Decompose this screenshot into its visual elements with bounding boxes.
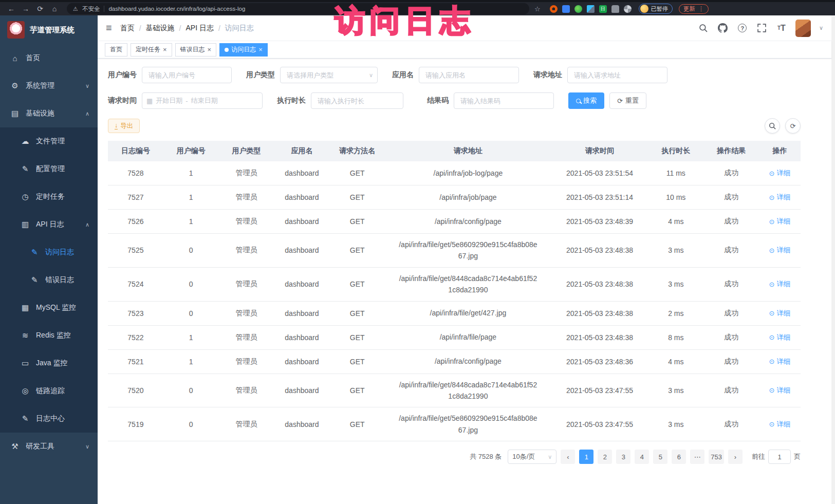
detail-link[interactable]: ⊙ 详细 <box>769 217 791 226</box>
toggle-search-button[interactable] <box>765 118 780 134</box>
extension-icon-orange[interactable] <box>550 5 558 13</box>
hamburger-icon[interactable]: ≡ <box>106 22 112 34</box>
user-avatar[interactable] <box>795 20 811 37</box>
result-code-input[interactable] <box>454 92 554 109</box>
detail-link[interactable]: ⊙ 详细 <box>769 169 791 178</box>
user-type-select-input[interactable] <box>280 67 378 83</box>
table-row[interactable]: 7523 0 管理员 dashboard GET /api/infra/file… <box>108 301 801 325</box>
detail-link[interactable]: ⊙ 详细 <box>769 309 791 318</box>
browser-profile-badge[interactable]: 已暂停 <box>639 4 673 14</box>
view-tab[interactable]: 定时任务 × <box>131 43 172 57</box>
sidebar-item-system[interactable]: ⚙ 系统管理 ∨ <box>0 72 98 100</box>
sidebar-item-access-log[interactable]: ✎ 访问日志 <box>0 238 98 266</box>
browser-menu-icon[interactable]: ⋮ <box>698 5 704 12</box>
sidebar-item-infra[interactable]: ▤ 基础设施 ∧ <box>0 100 98 127</box>
browser-update-button[interactable]: 更新 ⋮ <box>679 4 709 14</box>
fullscreen-icon[interactable] <box>756 23 768 34</box>
sidebar-item-error-log[interactable]: ✎ 错误日志 <box>0 266 98 294</box>
browser-home-icon[interactable]: ⌂ <box>48 3 61 15</box>
table-row[interactable]: 7522 1 管理员 dashboard GET /api/infra/file… <box>108 325 801 349</box>
help-icon[interactable]: ? <box>737 23 748 34</box>
prev-page-button[interactable]: ‹ <box>561 450 575 464</box>
request-time-range-picker[interactable]: ▦ 开始日期 - 结束日期 <box>142 92 263 109</box>
github-icon[interactable] <box>717 23 729 34</box>
request-url-cell: /api/infra/file/get/427.jpg <box>385 301 551 325</box>
browser-reload-icon[interactable]: ⟳ <box>34 3 46 15</box>
sidebar-item-scheduled-jobs[interactable]: ◷ 定时任务 <box>0 183 98 211</box>
sidebar-item-java-monitor[interactable]: ▭ Java 监控 <box>0 349 98 377</box>
detail-link[interactable]: ⊙ 详细 <box>769 357 791 366</box>
page-number-button[interactable]: 3 <box>616 450 630 464</box>
request-url-input[interactable] <box>567 67 667 83</box>
sidebar-item-home[interactable]: ⌂ 首页 <box>0 44 98 72</box>
font-size-icon[interactable]: TT <box>776 23 787 34</box>
tab-close-icon[interactable]: × <box>208 46 212 53</box>
app-name-input[interactable] <box>419 67 519 83</box>
search-button[interactable]: 搜索 <box>568 92 604 109</box>
goto-page-input[interactable] <box>768 450 791 464</box>
sidebar-item-redis-monitor[interactable]: ≋ Redis 监控 <box>0 322 98 349</box>
address-bar[interactable]: ⚠ 不安全 dashboard.yudao.iocoder.cn/infra/l… <box>67 3 529 14</box>
refresh-table-button[interactable]: ⟳ <box>785 118 801 134</box>
sidebar-item-file-manage[interactable]: ☁ 文件管理 <box>0 127 98 155</box>
page-number-button[interactable]: 6 <box>672 450 686 464</box>
end-date-placeholder: 结束日期 <box>191 96 218 105</box>
browser-forward-icon[interactable]: → <box>20 3 32 15</box>
sidebar-item-dev-tools[interactable]: ⚒ 研发工具 ∨ <box>0 433 98 460</box>
table-row[interactable]: 7527 1 管理员 dashboard GET /api/infra/job/… <box>108 185 801 210</box>
page-number-button[interactable]: ⋯ <box>690 450 704 464</box>
app-logo-row[interactable]: 芋道管理系统 <box>0 15 98 44</box>
extension-icon-green-square[interactable]: 日 <box>599 5 607 13</box>
extension-icon-puzzle[interactable] <box>587 5 595 13</box>
page-size-select[interactable]: 10条/页 ∨ <box>508 450 556 464</box>
extension-icon-pinwheel[interactable] <box>624 5 632 13</box>
breadcrumb-api-log[interactable]: API 日志 <box>185 24 213 33</box>
bookmark-star-icon[interactable]: ☆ <box>534 5 541 13</box>
page-number-button[interactable]: 5 <box>653 450 667 464</box>
page-number-button[interactable]: 1 <box>579 450 593 464</box>
tab-close-icon[interactable]: × <box>258 46 263 53</box>
detail-link[interactable]: ⊙ 详细 <box>769 246 791 255</box>
view-tab[interactable]: 访问日志 × <box>219 43 268 57</box>
sidebar-item-log-center[interactable]: ✎ 日志中心 <box>0 405 98 433</box>
user-id-input[interactable] <box>142 67 232 83</box>
breadcrumb-infra[interactable]: 基础设施 <box>146 24 175 33</box>
tab-close-icon[interactable]: × <box>163 46 167 53</box>
table-row[interactable]: 7528 1 管理员 dashboard GET /api/infra/job-… <box>108 161 801 185</box>
view-tab[interactable]: 首页 <box>105 43 127 57</box>
sidebar-item-mysql-monitor[interactable]: ▦ MySQL 监控 <box>0 294 98 322</box>
page-content: 用户编号 用户类型 ∨ 应用名 请求地址 <box>98 59 831 504</box>
table-row[interactable]: 7525 0 管理员 dashboard GET /api/infra/file… <box>108 234 801 268</box>
next-page-button[interactable]: › <box>728 450 743 464</box>
browser-back-icon[interactable]: ← <box>5 3 17 15</box>
sidebar-item-config-manage[interactable]: ✎ 配置管理 <box>0 155 98 183</box>
user-id-cell: 1 <box>163 185 219 210</box>
reset-button[interactable]: ⟳ 重置 <box>609 92 646 109</box>
extension-icon-ghost[interactable] <box>611 5 619 13</box>
chevron-down-icon[interactable]: ∨ <box>819 25 823 31</box>
export-button[interactable]: ↓ 导出 <box>108 119 140 133</box>
table-row[interactable]: 7521 1 管理员 dashboard GET /api/infra/conf… <box>108 349 801 374</box>
extension-icon-shield[interactable] <box>562 5 570 13</box>
sidebar-item-trace[interactable]: ◎ 链路追踪 <box>0 377 98 405</box>
extension-icon-green-circle[interactable] <box>574 5 582 13</box>
detail-link[interactable]: ⊙ 详细 <box>769 333 791 342</box>
table-row[interactable]: 7519 0 管理员 dashboard GET /api/infra/file… <box>108 407 801 441</box>
table-row[interactable]: 7526 1 管理员 dashboard GET /api/infra/conf… <box>108 210 801 234</box>
sidebar-item-api-log[interactable]: ▥ API 日志 ∧ <box>0 211 98 238</box>
detail-link[interactable]: ⊙ 详细 <box>769 279 791 289</box>
page-number-button[interactable]: 2 <box>598 450 612 464</box>
page-number-button[interactable]: 753 <box>709 450 724 464</box>
breadcrumb-home[interactable]: 首页 <box>120 24 135 33</box>
duration-cell: 4 ms <box>648 349 703 374</box>
detail-link[interactable]: ⊙ 详细 <box>769 193 791 202</box>
detail-link[interactable]: ⊙ 详细 <box>769 420 791 429</box>
view-tab[interactable]: 错误日志 × <box>175 43 217 57</box>
detail-link[interactable]: ⊙ 详细 <box>769 386 791 395</box>
user-type-select[interactable]: ∨ <box>280 67 378 83</box>
table-row[interactable]: 7520 0 管理员 dashboard GET /api/infra/file… <box>108 374 801 407</box>
duration-input[interactable] <box>311 92 403 109</box>
page-number-button[interactable]: 4 <box>635 450 649 464</box>
table-row[interactable]: 7524 0 管理员 dashboard GET /api/infra/file… <box>108 267 801 301</box>
search-icon[interactable] <box>698 23 709 34</box>
